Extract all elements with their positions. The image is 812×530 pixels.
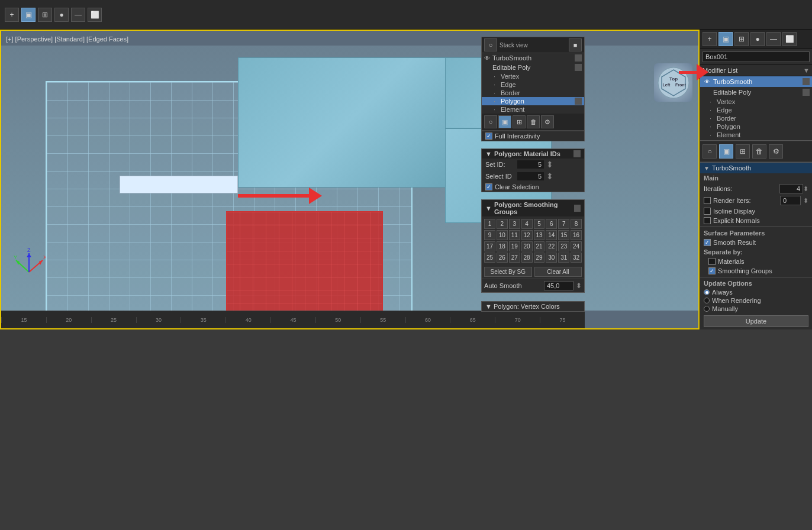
edge-tree-item[interactable]: · Edge: [700, 106, 812, 114]
sg-btn-16[interactable]: 16: [571, 230, 582, 240]
mini-pin2-icon[interactable]: ○: [484, 115, 497, 128]
auto-smooth-input[interactable]: [544, 281, 573, 290]
sg-btn-17[interactable]: 17: [484, 241, 495, 251]
mini-copy2-icon[interactable]: ⊞: [513, 115, 526, 128]
mini-vertex-item[interactable]: · Vertex: [482, 72, 584, 80]
render-iters-input[interactable]: [780, 196, 801, 205]
select-icon-btn[interactable]: ▣: [719, 144, 733, 159]
sg-btn-25[interactable]: 25: [484, 253, 495, 263]
motion-btn[interactable]: ●: [54, 8, 69, 22]
mini-element-item[interactable]: · Element: [482, 105, 584, 114]
render-iters-check[interactable]: [704, 197, 711, 204]
isoline-display-check[interactable]: [704, 208, 711, 215]
sg-btn-18[interactable]: 18: [497, 241, 508, 251]
select-id-input[interactable]: [517, 172, 544, 180]
sg-btn-13[interactable]: 13: [534, 230, 545, 240]
display-btn[interactable]: —: [71, 8, 85, 22]
mini-polygon-item[interactable]: · Polygon: [482, 97, 584, 105]
always-radio[interactable]: [704, 289, 710, 295]
smooth-result-check[interactable]: ✓: [704, 239, 711, 246]
sg-btn-23[interactable]: 23: [558, 241, 569, 251]
sg-btn-7[interactable]: 7: [558, 219, 569, 229]
ruler-mark: 35: [181, 317, 225, 323]
sg-btn-12[interactable]: 12: [521, 230, 533, 240]
turbosmooth-stack-item[interactable]: 👁 TurboSmooth: [700, 76, 812, 87]
sg-btn-14[interactable]: 14: [546, 230, 557, 240]
clear-all-btn[interactable]: Clear All: [534, 267, 582, 277]
polygon-tree-item[interactable]: ·Polygon: [700, 122, 812, 131]
iterations-spinner[interactable]: ⬍: [803, 185, 808, 193]
sg-btn-9[interactable]: 9: [484, 230, 495, 240]
sg-btn-24[interactable]: 24: [571, 241, 582, 251]
sg-btn-2[interactable]: 2: [497, 219, 508, 229]
when-rendering-radio[interactable]: [704, 298, 710, 303]
mini-pin-icon[interactable]: ○: [484, 38, 497, 51]
full-interactivity-check[interactable]: ✓: [485, 132, 492, 140]
smoothing-groups-check[interactable]: ✓: [708, 267, 716, 274]
sg-btn-19[interactable]: 19: [509, 241, 520, 251]
mini-config-icon[interactable]: ⚙: [541, 115, 554, 128]
mini-turbosmooth-item[interactable]: 👁 TurboSmooth: [482, 53, 584, 63]
sg-btn-3[interactable]: 3: [509, 219, 520, 229]
modifier-list-arrow[interactable]: ▼: [803, 67, 810, 74]
settings-icon-btn[interactable]: ⚙: [769, 144, 783, 159]
element-tree-item[interactable]: ·Element: [700, 131, 812, 139]
sg-btn-26[interactable]: 26: [497, 253, 508, 263]
sg-btn-28[interactable]: 28: [521, 253, 533, 263]
mini-edge-item[interactable]: · Edge: [482, 80, 584, 89]
vertex-tree-item[interactable]: ·Vertex: [700, 98, 812, 106]
config-icon-btn[interactable]: ⊞: [736, 144, 750, 159]
utilities-btn[interactable]: ⬜: [88, 8, 102, 22]
add-btn[interactable]: +: [5, 8, 19, 22]
sg-btn-6[interactable]: 6: [546, 219, 557, 229]
select-id-spinner[interactable]: ⬍: [546, 172, 553, 181]
rp-utilities-icon[interactable]: ⬜: [782, 32, 797, 46]
viewport[interactable]: [+] [Perspective] [Standard] [Edged Face…: [0, 30, 700, 329]
sg-btn-1[interactable]: 1: [484, 219, 495, 229]
update-btn[interactable]: Update: [704, 315, 808, 327]
select-btn[interactable]: ▣: [21, 8, 36, 22]
rp-add-icon[interactable]: +: [703, 32, 717, 46]
auto-smooth-spinner[interactable]: ⬍: [576, 282, 582, 290]
render-iters-spinner[interactable]: ⬍: [803, 197, 808, 205]
ruler-mark: 75: [540, 317, 585, 323]
sg-btn-5[interactable]: 5: [534, 219, 545, 229]
rp-display-icon[interactable]: —: [766, 32, 781, 46]
pin-icon-btn[interactable]: ○: [703, 144, 717, 159]
editable-poly-stack-item[interactable]: Editable Poly: [700, 87, 812, 98]
rp-modify-icon[interactable]: ▣: [718, 32, 733, 46]
clear-selection-check[interactable]: ✓: [485, 183, 492, 190]
sg-btn-29[interactable]: 29: [534, 253, 545, 263]
mini-delete-icon[interactable]: 🗑: [527, 115, 540, 128]
set-id-spinner[interactable]: ⬍: [546, 160, 553, 169]
rp-hierarchy-icon[interactable]: ⊞: [734, 32, 749, 46]
sg-btn-11[interactable]: 11: [509, 230, 520, 240]
object-name-input[interactable]: [703, 51, 810, 62]
sg-btn-32[interactable]: 32: [571, 253, 582, 263]
sg-btn-27[interactable]: 27: [509, 253, 520, 263]
explicit-normals-check[interactable]: [704, 217, 711, 224]
sg-btn-10[interactable]: 10: [497, 230, 508, 240]
border-tree-item[interactable]: ·Border: [700, 114, 812, 122]
sg-btn-31[interactable]: 31: [558, 253, 569, 263]
sg-btn-20[interactable]: 20: [521, 241, 533, 251]
select-by-sg-btn[interactable]: Select By SG: [484, 267, 532, 277]
svg-text:Front: Front: [675, 83, 687, 87]
mini-sq-icon[interactable]: ■: [569, 38, 582, 51]
delete-icon-btn[interactable]: 🗑: [752, 144, 766, 159]
iterations-input[interactable]: [779, 184, 803, 193]
sg-btn-8[interactable]: 8: [571, 219, 582, 229]
rp-motion-icon[interactable]: ●: [750, 32, 765, 46]
materials-check[interactable]: [708, 258, 716, 265]
sg-btn-21[interactable]: 21: [534, 241, 545, 251]
sg-btn-4[interactable]: 4: [521, 219, 533, 229]
manually-radio[interactable]: [704, 306, 710, 312]
hierarchy-btn[interactable]: ⊞: [38, 8, 52, 22]
sg-btn-30[interactable]: 30: [546, 253, 557, 263]
set-id-input[interactable]: [517, 160, 544, 169]
sg-btn-15[interactable]: 15: [558, 230, 569, 240]
mini-border-item[interactable]: · Border: [482, 89, 584, 97]
sg-btn-22[interactable]: 22: [546, 241, 557, 251]
mini-select-icon[interactable]: ▣: [498, 115, 511, 128]
mini-editable-poly-item[interactable]: Editable Poly: [482, 63, 584, 72]
